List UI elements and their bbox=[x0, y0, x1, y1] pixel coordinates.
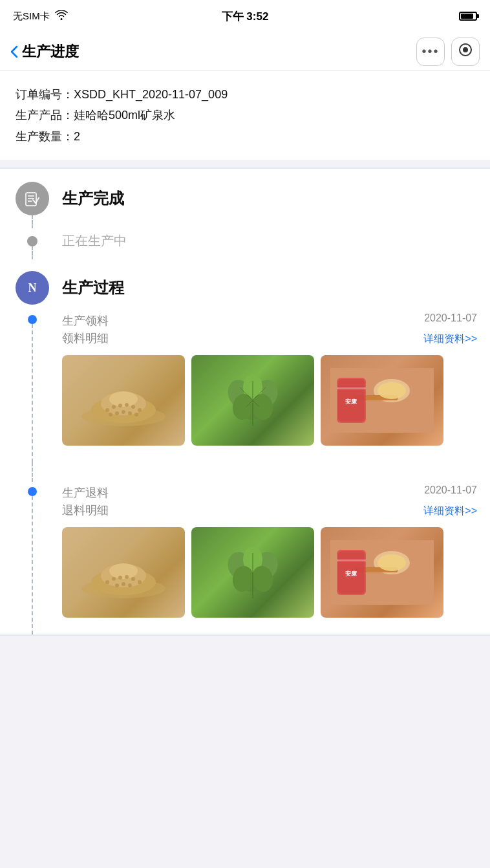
step1-row: 生产领料 2020-11-07 领料明细 详细资料>> bbox=[0, 310, 490, 462]
process-icon-col: N bbox=[13, 271, 52, 305]
main-card: 生产完成 正在生产中 N 生产过程 bbox=[0, 168, 490, 636]
step2-header: 生产退料 2020-11-07 bbox=[62, 484, 477, 502]
status-time: 下午 3:52 bbox=[222, 9, 269, 24]
svg-point-51 bbox=[128, 583, 132, 587]
svg-point-10 bbox=[109, 391, 138, 407]
step2-content: 生产退料 2020-11-07 退料明细 详细资料>> bbox=[52, 482, 477, 635]
order-info: 订单编号：XSDD_KHT_2020-11-07_009 生产产品：娃哈哈500… bbox=[0, 71, 490, 160]
status-left: 无SIM卡 bbox=[13, 10, 68, 23]
svg-point-18 bbox=[122, 410, 125, 414]
step2-dot bbox=[28, 487, 37, 496]
order-no-value: XSDD_KHT_2020-11-07_009 bbox=[74, 88, 228, 101]
inprogress-icon-col bbox=[13, 233, 52, 259]
spacer-line bbox=[32, 462, 33, 482]
inprogress-row: 正在生产中 bbox=[0, 233, 490, 261]
spice-image-1[interactable]: 安康 bbox=[321, 355, 443, 446]
battery-icon bbox=[459, 12, 477, 21]
step2-name: 生产退料 bbox=[62, 484, 109, 502]
svg-text:安康: 安康 bbox=[345, 398, 357, 405]
svg-point-16 bbox=[138, 408, 142, 412]
step2-date: 2020-11-07 bbox=[424, 484, 477, 496]
step1-line bbox=[32, 324, 33, 462]
process-icon: N bbox=[16, 271, 49, 305]
svg-rect-66 bbox=[337, 559, 366, 561]
step1-subname: 领料明细 bbox=[62, 330, 109, 347]
svg-point-50 bbox=[122, 582, 125, 586]
line-after-inprogress bbox=[32, 246, 33, 259]
svg-point-11 bbox=[105, 408, 109, 412]
step1-content: 生产领料 2020-11-07 领料明细 详细资料>> bbox=[52, 310, 477, 462]
svg-point-34 bbox=[378, 382, 406, 399]
carrier-label: 无SIM卡 bbox=[13, 10, 50, 23]
inprogress-label: 正在生产中 bbox=[62, 233, 477, 248]
more-button[interactable]: ••• bbox=[416, 38, 445, 66]
step2-image-grid: 安康 bbox=[62, 527, 477, 618]
step1-dot bbox=[28, 315, 37, 324]
step1-header: 生产领料 2020-11-07 bbox=[62, 312, 477, 330]
product-row: 生产产品：娃哈哈500ml矿泉水 bbox=[16, 105, 474, 125]
svg-point-42 bbox=[109, 563, 138, 579]
svg-point-45 bbox=[118, 576, 122, 580]
svg-point-12 bbox=[112, 405, 116, 409]
completed-content: 生产完成 bbox=[52, 182, 477, 215]
line-after-completed bbox=[32, 215, 33, 228]
process-section-title: 生产过程 bbox=[62, 271, 477, 305]
order-no-row: 订单编号：XSDD_KHT_2020-11-07_009 bbox=[16, 84, 474, 105]
svg-point-19 bbox=[128, 411, 132, 415]
process-header-row: N 生产过程 bbox=[0, 261, 490, 310]
hops-image-2[interactable] bbox=[191, 527, 314, 618]
product-value: 娃哈哈500ml矿泉水 bbox=[74, 109, 175, 122]
grain-image-2[interactable] bbox=[62, 527, 185, 618]
svg-point-1 bbox=[463, 47, 468, 52]
quantity-value: 2 bbox=[74, 130, 80, 143]
spacer-content bbox=[52, 462, 477, 482]
svg-rect-38 bbox=[337, 387, 366, 389]
quantity-row: 生产数量：2 bbox=[16, 126, 474, 147]
step1-left bbox=[13, 310, 52, 462]
spice-image-2[interactable]: 安康 bbox=[321, 527, 443, 618]
order-no-label: 订单编号： bbox=[16, 88, 74, 101]
svg-point-43 bbox=[105, 580, 109, 584]
step2-subname: 退料明细 bbox=[62, 502, 109, 519]
product-label: 生产产品： bbox=[16, 109, 74, 122]
hops-image-1[interactable] bbox=[191, 355, 314, 446]
status-right bbox=[459, 12, 477, 21]
step2-row: 生产退料 2020-11-07 退料明细 详细资料>> bbox=[0, 482, 490, 635]
spacer-left bbox=[13, 462, 52, 482]
step2-detail-link[interactable]: 详细资料>> bbox=[423, 505, 477, 518]
svg-rect-2 bbox=[26, 193, 36, 206]
svg-text:安康: 安康 bbox=[345, 570, 357, 577]
svg-point-14 bbox=[125, 403, 129, 407]
step1-image-grid: 安康 bbox=[62, 355, 477, 446]
process-title-content: 生产过程 bbox=[52, 271, 477, 305]
svg-point-48 bbox=[138, 580, 142, 584]
step2-subrow: 退料明细 详细资料>> bbox=[62, 502, 477, 519]
completed-icon-col bbox=[13, 182, 52, 228]
record-icon bbox=[458, 43, 473, 60]
grain-image-1[interactable] bbox=[62, 355, 185, 446]
status-bar: 无SIM卡 下午 3:52 bbox=[0, 0, 490, 32]
svg-point-47 bbox=[131, 577, 135, 581]
step1-name: 生产领料 bbox=[62, 312, 109, 330]
back-button[interactable]: 生产进度 bbox=[10, 42, 79, 61]
nav-title: 生产进度 bbox=[22, 42, 79, 61]
svg-point-13 bbox=[118, 404, 122, 407]
inprogress-dot bbox=[27, 236, 37, 246]
svg-point-49 bbox=[115, 583, 119, 587]
wifi-icon bbox=[55, 10, 68, 23]
inprogress-content: 正在生产中 bbox=[52, 233, 477, 261]
completed-title: 生产完成 bbox=[62, 182, 477, 215]
nav-actions: ••• bbox=[416, 38, 480, 66]
svg-point-62 bbox=[378, 554, 406, 571]
completed-row: 生产完成 bbox=[0, 182, 490, 228]
svg-point-46 bbox=[125, 575, 129, 579]
svg-point-15 bbox=[131, 405, 135, 409]
svg-point-44 bbox=[112, 577, 116, 581]
quantity-label: 生产数量： bbox=[16, 130, 74, 143]
step2-left bbox=[13, 482, 52, 635]
step1-detail-link[interactable]: 详细资料>> bbox=[423, 332, 477, 346]
svg-text:N: N bbox=[28, 281, 37, 294]
record-button[interactable] bbox=[451, 38, 480, 66]
nav-bar: 生产进度 ••• bbox=[0, 32, 490, 71]
more-icon: ••• bbox=[421, 44, 439, 59]
